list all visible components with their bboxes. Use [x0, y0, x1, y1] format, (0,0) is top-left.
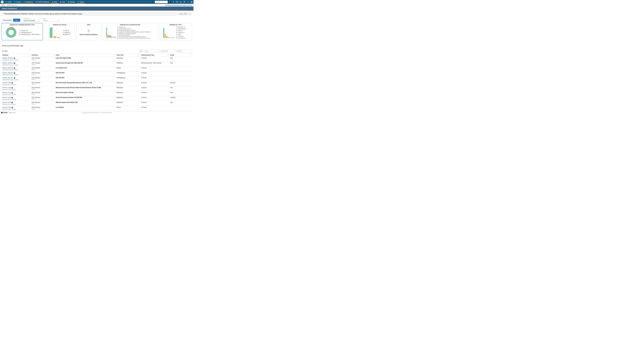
nav-item-label: Dashboard	[26, 1, 33, 3]
sort-icon[interactable]: ▲▼	[168, 54, 168, 56]
column-header-order[interactable]: Order▲▼	[55, 54, 116, 56]
info-icon[interactable]: i	[12, 87, 13, 89]
magnifier-icon	[169, 1, 170, 3]
zone-select[interactable]: Zone Search... ⋮	[43, 18, 59, 22]
section-title: Orders by Administration Type	[2, 45, 191, 47]
column-header-resident[interactable]: Resident▲▼	[1, 54, 31, 56]
kpi-label: Orders Needing Verification	[80, 34, 98, 35]
nav-item-care[interactable]: Care	[59, 0, 67, 4]
table-row: Baldwin, AgnessaiIndependent Living - Cu…	[1, 56, 192, 61]
order-text: Low Sodium	[55, 106, 116, 111]
route-text: Oral	[169, 56, 192, 61]
mail-icon[interactable]	[176, 1, 178, 3]
help-icon[interactable]: ?	[187, 1, 189, 3]
nav-item-admin[interactable]: Admin	[76, 0, 85, 4]
resident-link[interactable]: Baldwin, Agnessa	[2, 62, 13, 64]
resident-link[interactable]: Bennet, Linda	[2, 92, 11, 93]
notice-close-icon[interactable]: ×	[189, 13, 190, 15]
resident-link[interactable]: Bennet, Linda	[2, 82, 11, 83]
nav-item-mds[interactable]: MDS	[51, 0, 59, 4]
resident-link[interactable]: Baldwin, Agnessa	[2, 72, 13, 74]
resident-link[interactable]: Bennet, Linda	[2, 97, 11, 98]
resident-link[interactable]: Bennet, Linda	[2, 106, 11, 108]
info-icon[interactable]: i	[14, 63, 15, 64]
info-icon[interactable]: i	[14, 72, 15, 74]
sort-icon[interactable]: ▲▼	[138, 54, 139, 56]
card-kpis[interactable]: KPIS 5 Orders Needing Verification	[76, 23, 101, 40]
community-select[interactable]: Community Acacia Court (a03) ⋮	[24, 18, 40, 22]
resident-link[interactable]: Baldwin, Agnessa	[2, 57, 13, 59]
card-title: ORDERS BY TYPE	[159, 24, 192, 26]
admin-type-text: In House	[140, 96, 169, 101]
resident-link[interactable]: Baldwin, Agnessa	[2, 77, 13, 78]
orders-toggle-button[interactable]: Orders	[13, 19, 20, 22]
unit-text: 1107 (Private)	[32, 57, 54, 59]
nav-item-search[interactable]: Search	[13, 0, 22, 4]
alert-icon[interactable]	[180, 1, 182, 3]
classification-legend: Unknown: 13Cardiovascular Agents: 4Centr…	[117, 26, 156, 39]
legend-label: Dietary: 4	[178, 30, 183, 31]
care-level-filter-input[interactable]	[160, 50, 174, 52]
sort-icon[interactable]: ▲▼	[114, 54, 115, 56]
resident-link[interactable]: Bennet, Linda	[2, 87, 11, 88]
route-text	[169, 66, 192, 71]
info-icon[interactable]: i	[12, 82, 13, 84]
community-context-link[interactable]: All Senior Residential Communities (.all…	[165, 4, 192, 6]
legend-label: External: 1	[65, 34, 70, 35]
page-title: eMAR Dashboard	[0, 7, 193, 11]
zone-filter-input[interactable]	[144, 50, 159, 52]
info-icon[interactable]: i	[14, 77, 15, 79]
card-orders-by-classification[interactable]: ORDERS BY CLASSIFICATION Unknown: 13Card…	[103, 23, 158, 40]
nav-item-dashboard[interactable]: Dashboard	[22, 0, 34, 4]
legend-item-hematological-agents: Hematological Agents: 1	[117, 35, 156, 36]
column-header-order-type[interactable]: Order Type▲▼	[116, 54, 140, 56]
download-button[interactable]	[139, 50, 143, 52]
nav-item-label: eMAR Dashboard	[38, 1, 49, 3]
footer: Y YARDI Version 7.18 © Copyright 2023, Y…	[0, 111, 193, 114]
info-icon[interactable]: i	[14, 58, 15, 59]
yardi-footer-logo[interactable]: Y YARDI	[1, 112, 8, 113]
search-icon	[14, 1, 16, 3]
nav-item-emar-dashboard[interactable]: eMAR Dashboard	[34, 0, 51, 4]
admin-type-text: In House	[140, 76, 169, 81]
info-icon[interactable]: i	[14, 67, 15, 69]
sort-icon[interactable]: ▲▼	[29, 54, 30, 56]
administration-toggle-button[interactable]: Administration	[2, 19, 13, 22]
bar-lab-radiology	[165, 34, 166, 38]
add-icon[interactable]	[173, 1, 174, 3]
info-icon[interactable]: i	[12, 107, 13, 108]
card-orders-by-type[interactable]: ORDERS BY TYPE Medication: 23Lab/Radiolo…	[159, 23, 192, 40]
legend-label: NonDrug: 1	[178, 36, 184, 37]
info-icon[interactable]: i	[12, 97, 13, 98]
table-header-row: Resident▲▼Unit/Zone▲▼Order▲▼Order Type▲▼…	[1, 54, 192, 56]
unit-text: 2011 (Private)	[32, 106, 54, 108]
nav-item-reports[interactable]: Reports	[67, 0, 76, 4]
apps-icon[interactable]	[191, 1, 192, 3]
info-icon[interactable]: i	[12, 102, 13, 103]
sort-icon[interactable]: ▲▼	[190, 54, 191, 56]
nav-item-home[interactable]: Home	[4, 0, 13, 4]
card-orders-by-route[interactable]: ORDERS BY ROUTE Oral: 19Injection: 3Exte…	[44, 23, 75, 40]
table-row: Baldwin, AgnessaiIndependent Living - Cu…	[1, 71, 192, 76]
global-search-input[interactable]	[155, 1, 168, 3]
kebab-icon[interactable]: ⋮	[58, 19, 59, 21]
bar-vital	[170, 37, 171, 38]
global-search-button[interactable]	[168, 1, 171, 3]
info-icon[interactable]: i	[12, 92, 13, 93]
column-header-route[interactable]: Route▲▼	[169, 54, 192, 56]
order-type-text: Medication	[116, 81, 140, 86]
column-label: Order	[56, 54, 59, 56]
resident-link[interactable]: Baldwin, Agnessa	[2, 67, 13, 69]
resident-link[interactable]: Bennet, Linda	[2, 102, 11, 103]
users-icon[interactable]	[184, 1, 185, 3]
column-header-administration-type[interactable]: Administration Type▲▼	[140, 54, 169, 56]
kebab-icon[interactable]: ⋮	[38, 19, 40, 21]
sort-icon[interactable]: ▲▼	[53, 54, 54, 56]
yardi-logo[interactable]: Y	[1, 0, 3, 4]
breadcrumb-home-link[interactable]: Home	[1, 4, 5, 6]
legend-dot	[176, 34, 177, 35]
column-header-unit-zone[interactable]: Unit/Zone▲▼	[31, 54, 55, 56]
card-orders-by-administration-type[interactable]: ORDERS BY ADMINISTRATION TYPE In House: …	[1, 23, 43, 40]
legend-item-cardiovascular-agents: Cardiovascular Agents: 4	[117, 28, 156, 29]
table-search-input[interactable]	[176, 50, 192, 52]
